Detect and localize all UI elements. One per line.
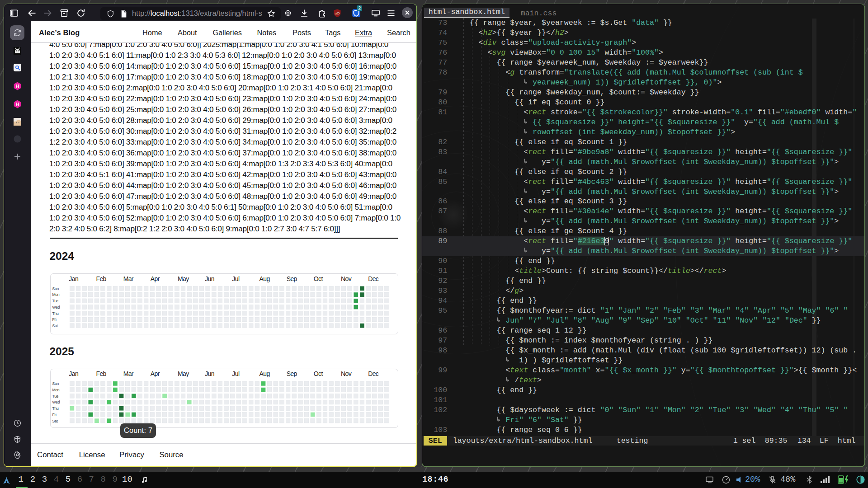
svg-text:H: H [16,83,19,89]
svg-text:Jun: Jun [205,370,214,377]
svg-text:Apr: Apr [151,275,160,282]
svg-text:Jul: Jul [232,275,240,282]
svg-text:Sep: Sep [287,275,297,282]
svg-text:Jun: Jun [205,275,214,282]
svg-text:Nov: Nov [341,370,352,377]
svg-text:Jan: Jan [69,275,78,282]
svg-text:Thu: Thu [52,311,58,316]
svg-text:Aug: Aug [259,275,269,282]
svg-text:Dec: Dec [368,275,379,282]
svg-text:Mon: Mon [52,293,59,297]
svg-text:Aug: Aug [259,370,269,377]
svg-text:Mar: Mar [123,370,134,377]
svg-text:Sat: Sat [52,418,58,423]
svg-text:May: May [178,275,189,282]
svg-text:Sep: Sep [287,370,297,377]
svg-text:May: May [178,370,189,377]
svg-text:Oct: Oct [314,275,323,282]
svg-text:Jan: Jan [69,370,78,377]
svg-text:Feb: Feb [96,275,106,282]
svg-text:Oct: Oct [314,370,323,377]
svg-text:Wed: Wed [52,305,60,310]
svg-text:Sat: Sat [52,324,58,328]
svg-text:Apr: Apr [151,370,160,377]
svg-text:Fri: Fri [52,412,57,417]
svg-text:Mon: Mon [52,388,59,392]
svg-text:Dec: Dec [368,370,379,377]
svg-text:Fri: Fri [52,318,57,322]
svg-text:Mar: Mar [123,275,134,282]
svg-text:Wed: Wed [52,400,60,404]
svg-text:H: H [16,101,19,107]
svg-text:Feb: Feb [96,370,106,377]
svg-text:Nov: Nov [341,275,352,282]
svg-text:Thu: Thu [52,406,58,411]
svg-text:uO: uO [335,11,340,15]
svg-text:Tue: Tue [52,299,58,304]
svg-text:Tue: Tue [52,394,58,398]
svg-text:Sun: Sun [52,286,59,291]
svg-text:Sun: Sun [52,381,59,386]
svg-text:Jul: Jul [232,370,240,377]
